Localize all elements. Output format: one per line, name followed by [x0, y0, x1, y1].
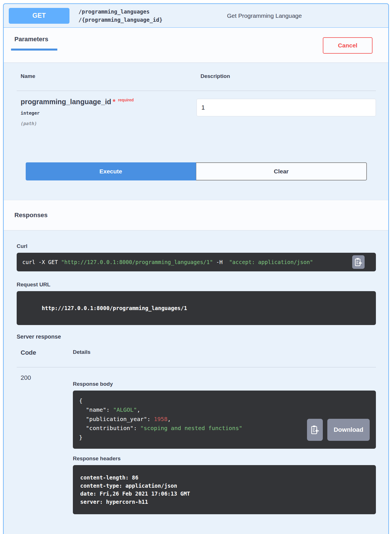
parameters-table: Name Description programming_language_id…	[4, 62, 388, 180]
response-details-cell: Response body { "name": "ALGOL", "public…	[73, 374, 376, 514]
endpoint-title: Get Programming Language	[162, 12, 383, 19]
parameter-value-input[interactable]	[197, 99, 376, 116]
curl-label: Curl	[17, 243, 376, 249]
responses-body: Curl curl -X GET "http://127.0.0.1:8000/…	[4, 230, 388, 514]
status-code: 200	[17, 374, 73, 514]
clipboard-copy-icon	[354, 258, 362, 267]
response-headers-block: content-length: 86content-type: applicat…	[73, 465, 376, 514]
server-response-row: 200 Response body { "name": "ALGOL", "pu…	[17, 367, 376, 514]
parameter-name: programming_language_id	[21, 98, 111, 106]
endpoint-path: /programming_languages /{programming_lan…	[79, 8, 162, 24]
required-label: required	[118, 98, 134, 102]
endpoint-path-line2: /{programming_language_id}	[79, 16, 162, 24]
column-header-description: Description	[197, 73, 376, 79]
server-response-label: Server response	[17, 334, 376, 340]
curl-command-block: curl -X GET "http://127.0.0.1:8000/progr…	[17, 253, 376, 271]
parameter-location: (path)	[21, 121, 197, 126]
parameter-name-cell: programming_language_id*required integer…	[17, 98, 197, 126]
tab-active-underline	[11, 49, 57, 51]
parameter-row: programming_language_id*required integer…	[17, 91, 376, 126]
responses-section-header: Responses	[4, 200, 388, 230]
copy-response-button[interactable]	[307, 419, 323, 441]
request-url-label: Request URL	[17, 282, 376, 288]
http-method-badge: GET	[9, 8, 69, 24]
curl-command-text: curl -X GET "http://127.0.0.1:8000/progr…	[22, 259, 313, 265]
endpoint-path-line1: /programming_languages	[79, 8, 162, 16]
clipboard-copy-icon	[311, 425, 319, 435]
required-asterisk: *	[113, 98, 116, 106]
column-header-details: Details	[73, 349, 376, 356]
copy-curl-button[interactable]	[352, 255, 365, 269]
execute-button[interactable]: Execute	[26, 162, 196, 180]
download-button[interactable]: Download	[327, 419, 370, 441]
responses-title: Responses	[14, 212, 382, 219]
response-headers-text: content-length: 86content-type: applicat…	[80, 474, 369, 506]
response-body-block: { "name": "ALGOL", "publication_year": 1…	[73, 391, 376, 449]
endpoint-summary[interactable]: GET /programming_languages /{programming…	[4, 4, 388, 28]
server-response-table-header: Code Details	[17, 349, 376, 367]
column-header-code: Code	[17, 349, 73, 356]
parameters-section-header: Parameters Cancel	[4, 28, 388, 62]
tab-parameters-label: Parameters	[14, 36, 48, 43]
parameters-table-header: Name Description	[17, 70, 376, 91]
column-header-name: Name	[17, 73, 197, 79]
request-url-block: http://127.0.0.1:8000/programming_langua…	[17, 291, 376, 325]
operation-block-get: GET /programming_languages /{programming…	[3, 3, 389, 534]
response-headers-label: Response headers	[73, 455, 376, 462]
clear-button[interactable]: Clear	[196, 162, 367, 180]
response-body-label: Response body	[73, 381, 376, 387]
tab-parameters[interactable]: Parameters	[14, 36, 57, 51]
parameter-type: integer	[21, 110, 197, 116]
cancel-button[interactable]: Cancel	[323, 37, 373, 54]
request-url-text: http://127.0.0.1:8000/programming_langua…	[42, 305, 187, 311]
response-body-actions: Download	[307, 419, 370, 441]
parameter-value-cell	[197, 98, 376, 126]
execute-clear-row: Execute Clear	[26, 162, 367, 180]
